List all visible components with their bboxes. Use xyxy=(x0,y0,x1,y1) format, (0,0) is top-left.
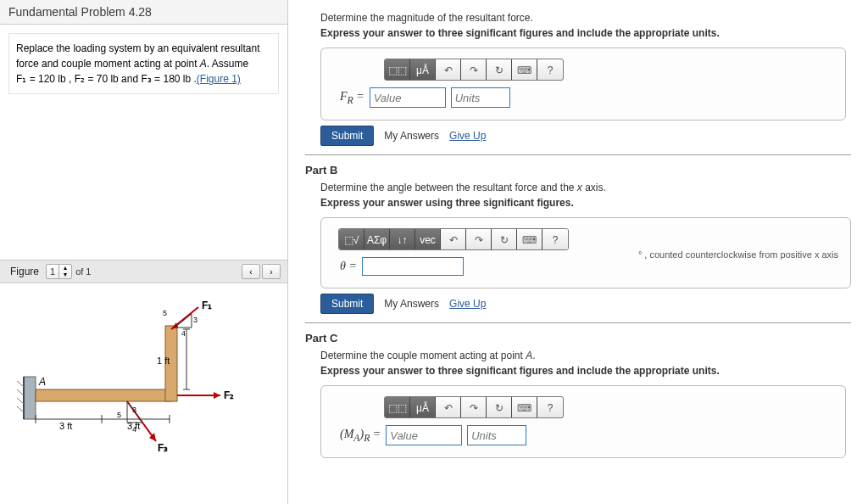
partC-toolbar: ⬚⬚ μÅ ↶ ↷ ↻ ⌨ ? xyxy=(384,396,564,418)
partB-toolbar: ⬚√ ΑΣφ ↓↑ vec ↶ ↷ ↻ ⌨ ? xyxy=(338,228,569,250)
svg-text:5: 5 xyxy=(163,309,167,317)
point-label: A xyxy=(200,58,207,70)
problem-title: Fundamental Problem 4.28 xyxy=(0,0,287,25)
help-icon[interactable]: ? xyxy=(542,229,568,250)
svg-line-3 xyxy=(17,389,24,395)
keyboard-icon[interactable]: ⌨ xyxy=(517,229,542,250)
figure-canvas: A F₁ 5 3 4 F₂ F₃ 5 xyxy=(0,283,287,504)
redo-icon[interactable]: ↷ xyxy=(466,229,492,250)
partC-eq-label: (MA)R = xyxy=(340,428,381,444)
degree-symbol: ° xyxy=(638,249,642,260)
svg-text:F₂: F₂ xyxy=(224,389,234,401)
f2-value: F₂ = 70 lb xyxy=(75,73,119,85)
partB-my-answers: My Answers xyxy=(384,298,439,310)
sqrt-icon[interactable]: ⬚√ xyxy=(339,229,364,250)
partB-value-input[interactable] xyxy=(362,257,464,276)
subscript-icon[interactable]: ↓↑ xyxy=(390,229,415,250)
partB-answer-box: ⬚√ ΑΣφ ↓↑ vec ↶ ↷ ↻ ⌨ ? θ = ° , counted … xyxy=(320,217,851,288)
svg-text:3 ft: 3 ft xyxy=(59,421,72,431)
keyboard-icon[interactable]: ⌨ xyxy=(512,59,537,81)
partB-submit-button[interactable]: Submit xyxy=(320,294,374,314)
svg-rect-0 xyxy=(24,377,36,419)
partA-my-answers: My Answers xyxy=(384,130,439,142)
greek-icon[interactable]: ΑΣφ xyxy=(364,229,390,250)
figure-link[interactable]: (Figure 1) xyxy=(197,73,241,85)
units-icon[interactable]: μÅ xyxy=(410,59,436,81)
svg-text:3 ft: 3 ft xyxy=(127,421,140,431)
partA-eq-label: FR = xyxy=(340,90,364,106)
undo-icon[interactable]: ↶ xyxy=(436,397,461,418)
svg-line-2 xyxy=(17,381,24,387)
partC-label: Part C xyxy=(305,332,851,344)
help-icon[interactable]: ? xyxy=(537,397,563,418)
partC-units-input[interactable] xyxy=(467,425,526,445)
partA-units-input[interactable] xyxy=(451,87,510,108)
figure-stepper[interactable]: 1 ▴ ▾ xyxy=(46,264,72,279)
undo-icon[interactable]: ↶ xyxy=(436,59,461,81)
svg-text:A: A xyxy=(38,376,46,388)
svg-text:F₁: F₁ xyxy=(202,300,212,311)
partA-toolbar: ⬚⬚ μÅ ↶ ↷ ↻ ⌨ ? xyxy=(384,59,564,81)
partA-instructions: Express your answer to three significant… xyxy=(320,27,851,39)
vec-icon[interactable]: vec xyxy=(415,229,441,250)
figure-of-label: of 1 xyxy=(75,266,91,277)
svg-line-4 xyxy=(17,398,24,404)
reset-icon[interactable]: ↻ xyxy=(492,229,517,250)
figure-label: Figure xyxy=(7,264,42,279)
figure-current: 1 xyxy=(47,265,58,278)
partB-eq-label: θ = xyxy=(340,260,357,273)
keyboard-icon[interactable]: ⌨ xyxy=(512,397,537,418)
units-icon[interactable]: μÅ xyxy=(410,397,436,418)
svg-text:F₃: F₃ xyxy=(158,442,168,454)
problem-statement: Replace the loading system by an equival… xyxy=(8,33,279,94)
partC-value-input[interactable] xyxy=(386,425,462,445)
undo-icon[interactable]: ↶ xyxy=(441,229,466,250)
hint-text: , counted counterclockwise from positive… xyxy=(644,249,838,260)
partA-answer-box: ⬚⬚ μÅ ↶ ↷ ↻ ⌨ ? FR = xyxy=(320,48,846,120)
template-icon[interactable]: ⬚⬚ xyxy=(385,59,410,81)
partA-prompt: Determine the magnitude of the resultant… xyxy=(320,12,851,24)
partB-giveup-link[interactable]: Give Up xyxy=(449,298,486,310)
reset-icon[interactable]: ↻ xyxy=(487,59,512,81)
stepper-down-icon[interactable]: ▾ xyxy=(59,272,71,278)
redo-icon[interactable]: ↷ xyxy=(461,59,487,81)
partB-prompt: Determine the angle between the resultan… xyxy=(320,182,851,193)
problem-text2: . Assume xyxy=(207,58,248,70)
svg-text:5: 5 xyxy=(117,411,121,419)
partB-instructions: Express your answer using three signific… xyxy=(320,197,851,209)
help-icon[interactable]: ? xyxy=(537,59,563,81)
svg-marker-17 xyxy=(214,392,220,399)
reset-icon[interactable]: ↻ xyxy=(487,397,512,418)
partA-value-input[interactable] xyxy=(370,87,446,108)
svg-text:3: 3 xyxy=(132,406,136,414)
figure-prev-button[interactable]: ‹ xyxy=(242,264,260,279)
svg-text:3: 3 xyxy=(193,316,198,324)
template-icon[interactable]: ⬚⬚ xyxy=(385,397,410,418)
figure-header: Figure 1 ▴ ▾ of 1 ‹ › xyxy=(0,260,287,283)
figure-next-button[interactable]: › xyxy=(262,264,281,279)
partC-prompt: Determine the couple moment acting at po… xyxy=(320,350,851,361)
beam-diagram: A F₁ 5 3 4 F₂ F₃ 5 xyxy=(17,292,271,496)
partA-giveup-link[interactable]: Give Up xyxy=(449,130,486,142)
svg-rect-6 xyxy=(36,389,171,401)
partB-label: Part B xyxy=(305,164,851,176)
svg-marker-12 xyxy=(175,314,192,328)
svg-text:1 ft: 1 ft xyxy=(157,356,170,366)
svg-line-5 xyxy=(17,406,24,412)
partC-instructions: Express your answer to three significant… xyxy=(320,365,851,377)
f3-value: F₃ = 180 lb xyxy=(141,73,191,85)
svg-text:4: 4 xyxy=(181,329,186,338)
partB-hint: ° , counted counterclockwise from positi… xyxy=(638,249,838,260)
redo-icon[interactable]: ↷ xyxy=(461,397,487,418)
partA-submit-button[interactable]: Submit xyxy=(320,126,374,146)
partC-answer-box: ⬚⬚ μÅ ↶ ↷ ↻ ⌨ ? (MA)R = xyxy=(320,385,846,458)
f1-value: F₁ = 120 lb xyxy=(16,73,66,85)
